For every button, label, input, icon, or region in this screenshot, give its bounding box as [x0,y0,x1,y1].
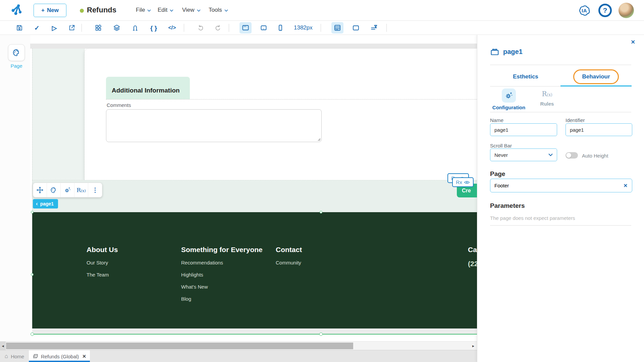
menu-tools-label: Tools [209,7,222,13]
gear-sparkle-icon [502,88,516,103]
resize-handle-icon[interactable] [317,138,321,141]
esthetics-palette-icon[interactable] [47,183,61,197]
menu-tools[interactable]: Tools [209,7,228,13]
nav-configuration[interactable]: Configuration [490,88,528,110]
tab-behaviour[interactable]: Behaviour [560,67,632,86]
page-picker-input[interactable] [490,183,619,188]
selection-handle[interactable] [31,211,34,214]
identifier-field-label: Identifier [566,117,585,123]
save-icon[interactable] [13,22,25,34]
help-icon[interactable]: ? [598,4,612,17]
open-external-icon[interactable] [66,22,78,34]
canvas-horizontal-scrollbar[interactable]: ◂ ▸ [0,341,477,350]
stacked-windows-icon [33,354,38,359]
tab-close-icon[interactable]: ✕ [82,354,86,359]
tab-esthetics[interactable]: Esthetics [490,67,561,86]
behaviour-tab-underline [560,85,632,86]
editor-toolbar: ✓ ▷ { } </> [0,21,644,35]
footer-column-contact: Contact Community [276,246,302,272]
play-glyph: ▷ [52,25,57,31]
tab-home[interactable]: ⌂ Home [0,350,29,362]
auto-height-toggle[interactable] [566,152,578,159]
topbar-right-group: IA ? [577,0,634,21]
page-picker-field: ✕ [490,179,632,192]
flow-connector-icon[interactable] [129,22,141,34]
app-logo-icon[interactable] [9,3,23,18]
selection-handle[interactable] [319,333,323,336]
tab-refunds-label: Refunds (Global) [41,354,79,359]
menu-file[interactable]: File [136,7,151,13]
configuration-gear-icon[interactable] [61,183,74,197]
tab-refunds-global[interactable]: Refunds (Global) ✕ [29,350,90,362]
footer-link[interactable]: Community [276,260,302,265]
footer-link[interactable]: Highlights [181,272,263,278]
scroll-left-arrow[interactable]: ◂ [0,342,6,350]
selection-handle[interactable] [31,273,34,276]
parameters-empty-text: The page does not expect parameters [490,215,575,221]
user-avatar[interactable] [619,3,634,18]
footer-element[interactable]: About Us Our Story The Team Something fo… [32,212,477,328]
breadcrumb-chip-label: page1 [40,201,54,206]
footer-link[interactable]: Blog [181,296,263,302]
selection-handle[interactable] [320,211,322,214]
breadcrumb-page1-chip[interactable]: ‹ page1 [33,199,58,208]
footer-link[interactable]: The Team [87,272,118,278]
name-input[interactable] [490,123,557,136]
window-frame-icon[interactable] [350,22,362,34]
code-icon[interactable]: </> [166,22,178,34]
viewport-mobile-icon[interactable] [274,22,286,34]
chevron-down-icon [224,9,228,12]
nav-rules[interactable]: R(x) Rules [531,90,563,107]
panel-close-icon[interactable]: ✕ [631,39,635,45]
footer-column-something: Something for Everyone Recommendations H… [181,246,263,308]
tab-behaviour-label: Behaviour [573,69,619,84]
viewport-width-value[interactable]: 1382px [294,24,313,31]
palette-page-label: Page [0,63,33,69]
brick-icon [490,48,499,56]
comments-textarea[interactable] [106,109,322,142]
viewport-desktop-icon[interactable] [239,22,252,34]
footer-link[interactable]: Our Story [87,260,118,265]
validate-check-icon[interactable]: ✓ [31,22,43,34]
section-tab-additional-information[interactable]: Additional Information [106,77,190,99]
layout-rows-icon[interactable] [331,22,343,34]
identifier-input[interactable] [566,123,632,136]
redo-icon[interactable] [212,22,224,34]
footer-link[interactable]: Recommendations [181,260,263,265]
menu-edit[interactable]: Edit [158,7,173,13]
palette-page-button[interactable] [8,44,25,61]
rx-visibility-chip[interactable]: Rx [452,177,474,187]
viewport-tablet-icon[interactable] [258,22,270,34]
menu-file-label: File [136,7,145,13]
footer-phone-clipped: (22 [468,260,477,267]
scrollbar-thumb[interactable] [6,343,353,349]
layers-icon[interactable] [111,22,123,34]
footer-heading: Contact [276,246,302,254]
scrollbar-select[interactable]: Never [490,148,557,161]
run-play-icon[interactable]: ▷ [48,22,60,34]
footer-link[interactable]: What's New [181,284,263,290]
parameters-section-heading: Parameters [490,202,525,209]
undo-icon[interactable] [195,22,207,34]
ia-assistant-icon[interactable]: IA [577,4,592,17]
move-handle-icon[interactable] [33,183,47,197]
toggle-knob [566,153,571,158]
braces-icon[interactable]: { } [148,22,160,34]
ia-badge-label: IA [582,8,587,13]
scrollbar-select-value: Never [494,152,508,158]
comments-field-label: Comments [107,102,131,108]
more-options-kebab-icon[interactable]: ⋮ [88,183,102,197]
workspace: Page Additional Information Comments [0,35,644,362]
chevron-down-icon [147,9,151,12]
selection-handle[interactable] [31,333,34,336]
clear-page-icon[interactable]: ✕ [619,183,632,189]
menu-view[interactable]: View [182,7,201,13]
rules-rfx-icon[interactable]: R(x) [74,183,88,197]
arrow-left-glyph: ◂ [2,344,4,348]
palette-icon [12,48,21,57]
new-button[interactable]: + New [34,4,66,17]
scroll-right-arrow[interactable]: ▸ [472,342,474,350]
panel-divider [490,225,631,226]
filter-icon[interactable] [368,22,380,34]
components-icon[interactable] [92,22,104,34]
